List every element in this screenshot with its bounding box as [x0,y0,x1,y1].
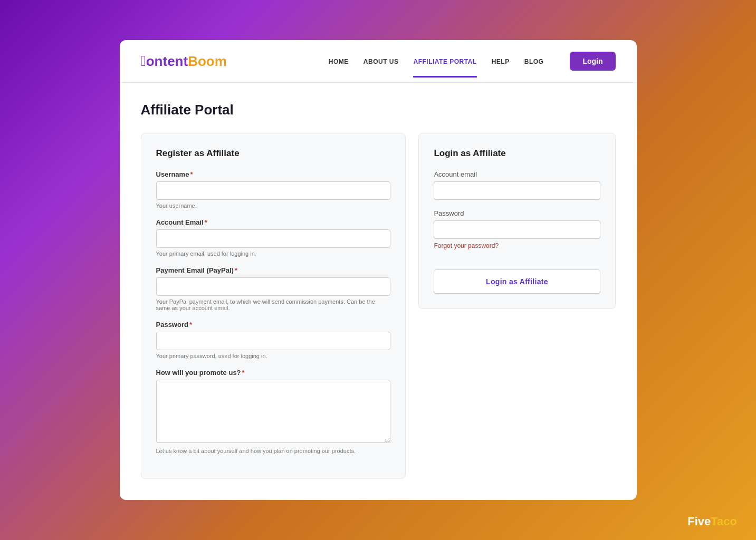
page-title: Affiliate Portal [141,102,616,118]
username-hint: Your username. [156,202,391,209]
account-email-required: * [205,218,207,226]
account-email-group: Account Email* Your primary email, used … [156,218,391,257]
account-email-hint: Your primary email, used for logging in. [156,250,391,257]
nav-link-help[interactable]: HELP [492,58,510,65]
nav-item-help[interactable]: HELP [492,56,510,66]
account-email-label: Account Email* [156,218,391,226]
nav-item-affiliate-portal[interactable]: AFFILIATE PORTAL [413,56,476,66]
promote-hint: Let us know a bit about yourself and how… [156,448,391,454]
account-email-input[interactable] [156,229,391,248]
register-panel: Register as Affiliate Username* Your use… [141,133,406,479]
promote-group: How will you promote us?* Let us know a … [156,369,391,454]
username-required: * [190,170,193,178]
login-panel-title: Login as Affiliate [434,148,600,159]
username-label: Username* [156,170,391,178]
forgot-password-link[interactable]: Forgot your password? [434,242,600,249]
login-email-group: Account email [434,170,600,200]
nav-item-about[interactable]: ABOUT US [363,56,399,66]
payment-email-label: Payment Email (PayPal)* [156,266,391,274]
navbar: 𝔆ontent Boom HOME ABOUT US AFFILIATE POR… [120,40,637,83]
register-password-group: Password* Your primary password, used fo… [156,321,391,359]
header-login-button[interactable]: Login [570,52,615,71]
forms-row: Register as Affiliate Username* Your use… [141,133,616,479]
footer-brand-five: Five [687,515,711,528]
register-panel-title: Register as Affiliate [156,148,391,159]
login-password-input[interactable] [434,220,600,239]
nav-item-home[interactable]: HOME [329,56,349,66]
nav-link-affiliate-portal[interactable]: AFFILIATE PORTAL [413,58,476,65]
nav-link-blog[interactable]: BLOG [524,58,544,65]
login-panel: Login as Affiliate Account email Passwor… [418,133,615,309]
logo-boom: Boom [188,53,227,70]
nav-links: HOME ABOUT US AFFILIATE PORTAL HELP BLOG [329,56,544,66]
promote-label: How will you promote us?* [156,369,391,377]
page-content: Affiliate Portal Register as Affiliate U… [120,83,637,479]
login-affiliate-button[interactable]: Login as Affiliate [434,269,600,294]
login-password-label: Password [434,209,600,217]
payment-email-group: Payment Email (PayPal)* Your PayPal paym… [156,266,391,311]
promote-required: * [242,369,245,377]
main-card: 𝔆ontent Boom HOME ABOUT US AFFILIATE POR… [120,40,637,500]
footer-brand: FiveTaco [687,515,737,528]
payment-email-hint: Your PayPal payment email, to which we w… [156,298,391,311]
username-input[interactable] [156,181,391,200]
payment-email-input[interactable] [156,277,391,296]
register-password-input[interactable] [156,332,391,350]
promote-textarea[interactable] [156,380,391,443]
nav-link-home[interactable]: HOME [329,58,349,65]
register-password-label: Password* [156,321,391,329]
active-underline [413,76,476,78]
nav-link-about[interactable]: ABOUT US [363,58,399,65]
payment-email-required: * [235,266,237,274]
login-password-group: Password Forgot your password? [434,209,600,249]
login-email-label: Account email [434,170,600,178]
username-group: Username* Your username. [156,170,391,209]
register-password-hint: Your primary password, used for logging … [156,353,391,359]
register-password-required: * [189,321,192,329]
login-email-input[interactable] [434,181,600,200]
logo: 𝔆ontent Boom [141,53,227,70]
logo-content: 𝔆ontent [141,53,188,70]
nav-item-blog[interactable]: BLOG [524,56,544,66]
footer-brand-taco: Taco [711,515,737,528]
